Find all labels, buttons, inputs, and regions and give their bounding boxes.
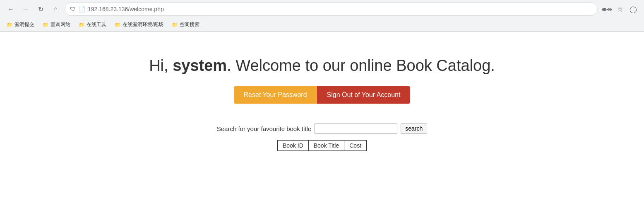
bookmark-label-1: 查询网站: [50, 21, 70, 28]
welcome-heading: Hi, system. Welcome to our online Book C…: [149, 57, 495, 75]
folder-icon-0: 📁: [7, 22, 13, 28]
search-row: Search for your favourite book title sea…: [217, 124, 427, 133]
shield-icon: 🛡: [70, 6, 76, 12]
page-content: Hi, system. Welcome to our online Book C…: [0, 32, 644, 167]
welcome-username: system: [173, 57, 227, 74]
bookmark-item-4[interactable]: 📁 空间搜索: [168, 20, 203, 29]
browser-actions: ⇼⇼ ☆ ◯: [601, 3, 639, 15]
bookmark-label-0: 漏洞提交: [14, 21, 34, 28]
bookmarks-bar: 📁 漏洞提交 📁 查询网站 📁 在线工具 📁 在线漏洞环境/靶场 📁 空间搜索: [0, 18, 644, 32]
bookmark-label-4: 空间搜索: [180, 21, 199, 28]
bookmark-item-1[interactable]: 📁 查询网站: [39, 20, 74, 29]
address-bar[interactable]: 🛡 📄 192.168.23.136/welcome.php: [65, 2, 598, 16]
bookmark-item-0[interactable]: 📁 漏洞提交: [3, 20, 38, 29]
search-button[interactable]: search: [401, 124, 427, 133]
browser-chrome: ← → ↻ ⌂ 🛡 📄 192.168.23.136/welcome.php ⇼…: [0, 0, 644, 32]
action-buttons: Reset Your Password Sign Out of Your Acc…: [234, 86, 411, 104]
address-text: 192.168.23.136/welcome.php: [88, 6, 592, 12]
home-button[interactable]: ⌂: [50, 3, 61, 15]
sign-out-button[interactable]: Sign Out of Your Account: [317, 86, 411, 104]
results-table: Book ID Book Title Cost: [277, 140, 367, 151]
folder-icon-4: 📁: [172, 22, 178, 28]
search-input[interactable]: [315, 124, 397, 133]
bookmark-label-3: 在线漏洞环境/靶场: [123, 21, 163, 28]
forward-button[interactable]: →: [20, 3, 31, 15]
back-button[interactable]: ←: [5, 3, 17, 15]
folder-icon-3: 📁: [115, 22, 121, 28]
welcome-prefix: Hi,: [149, 57, 173, 74]
reset-password-button[interactable]: Reset Your Password: [234, 86, 317, 104]
folder-icon-1: 📁: [43, 22, 49, 28]
reload-button[interactable]: ↻: [35, 3, 46, 15]
bookmark-item-3[interactable]: 📁 在线漏洞环境/靶场: [111, 20, 167, 29]
col-book-id: Book ID: [277, 141, 308, 151]
profile-button[interactable]: ◯: [627, 3, 639, 15]
table-header-row: Book ID Book Title Cost: [277, 141, 366, 151]
col-book-title: Book Title: [308, 141, 344, 151]
folder-icon-2: 📁: [79, 22, 85, 28]
col-cost: Cost: [344, 141, 367, 151]
bookmark-star-button[interactable]: ☆: [614, 3, 626, 15]
search-section: Search for your favourite book title sea…: [217, 124, 427, 151]
bookmark-label-2: 在线工具: [87, 21, 106, 28]
search-label: Search for your favourite book title: [217, 125, 311, 132]
security-icon: 📄: [78, 6, 85, 12]
qr-button[interactable]: ⇼⇼: [601, 3, 613, 15]
browser-toolbar: ← → ↻ ⌂ 🛡 📄 192.168.23.136/welcome.php ⇼…: [0, 0, 644, 18]
bookmark-item-2[interactable]: 📁 在线工具: [75, 20, 110, 29]
welcome-suffix: . Welcome to our online Book Catalog.: [227, 57, 495, 74]
